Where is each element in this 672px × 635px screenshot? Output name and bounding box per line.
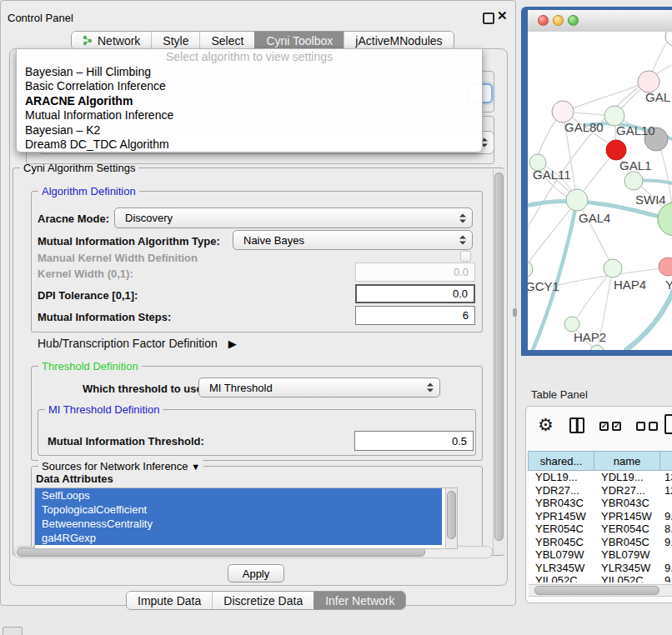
table-hscrollbar-track[interactable]	[529, 584, 672, 597]
tab-cyni-toolbox[interactable]: Cyni Toolbox	[254, 32, 344, 49]
gear-icon[interactable]: ⚙︎	[538, 415, 554, 435]
algorithm-option-dream8[interactable]: Dream8 DC_TDC Algorithm	[17, 138, 482, 152]
tab-jactivemnodules[interactable]: jActiveMNodules	[344, 32, 453, 49]
close-icon[interactable]: ✕	[497, 8, 508, 23]
node-gal1[interactable]	[624, 172, 643, 190]
mi-algorithm-type-label: Mutual Information Algorithm Type:	[38, 235, 220, 248]
network-view-window[interactable]: GAL GAL80 GAL10 GAL1 GAL11 SWI4 GAL4 GCY…	[521, 7, 672, 356]
table-hscrollbar-thumb[interactable]	[534, 586, 659, 595]
node-label: GAL4	[579, 211, 610, 225]
node-label: SWI4	[635, 192, 666, 207]
close-traffic-light-icon[interactable]	[538, 15, 549, 26]
network-canvas[interactable]: GAL GAL80 GAL10 GAL1 GAL11 SWI4 GAL4 GCY…	[528, 32, 672, 350]
which-threshold-label: Which threshold to use:	[83, 382, 206, 395]
mi-threshold-field[interactable]: 0.5	[354, 431, 474, 451]
node-gal4[interactable]	[566, 189, 588, 211]
kernel-width-label: Kernel Width (0,1):	[38, 268, 133, 280]
list-item-gal4rgexp[interactable]: gal4RGexp	[35, 531, 442, 545]
algorithm-option-bayesian-k2[interactable]: Bayesian – K2	[17, 123, 482, 138]
hub-definition-expander[interactable]: Hub/Transcription Factor Definition ▶	[38, 337, 237, 350]
apply-button[interactable]: Apply	[228, 564, 284, 582]
table-row[interactable]: YER054C YER054C 8.	[529, 522, 672, 536]
mi-algorithm-type-combobox[interactable]: Naive Bayes	[233, 230, 473, 250]
columns-icon[interactable]	[569, 418, 584, 433]
node-partial-bottom[interactable]	[590, 345, 604, 350]
mi-steps-field[interactable]: 6	[355, 306, 475, 325]
table-panel-title: Table Panel	[531, 388, 588, 401]
aracne-mode-label: Aracne Mode:	[38, 212, 109, 225]
control-panel-tabbar: Network Style Select Cyni Toolbox jActiv…	[71, 31, 454, 50]
mi-threshold-label: Mutual Information Threshold:	[48, 435, 204, 448]
tab-impute-data[interactable]: Impute Data	[127, 592, 212, 609]
mi-steps-label: Mutual Information Steps:	[38, 311, 171, 323]
checked-checkbox-icon[interactable]: ✓	[599, 422, 609, 431]
table-row[interactable]: YDR27... YDR27... 12	[529, 484, 672, 498]
column-header-shared-name[interactable]: shared...	[528, 451, 594, 471]
mi-threshold-definition-title: MI Threshold Definition	[45, 403, 163, 416]
threshold-definition-title: Threshold Definition	[38, 360, 142, 372]
document-icon[interactable]	[664, 414, 672, 434]
table-body[interactable]: YDL19... YDL19... 13 YDR27... YDR27... 1…	[529, 471, 672, 582]
node-label: Y	[665, 278, 672, 292]
node-label: HAP2	[574, 330, 606, 344]
zoom-traffic-light-icon[interactable]	[568, 15, 579, 26]
partial-widget[interactable]	[3, 627, 23, 635]
algorithm-option-aracne[interactable]: ARACNE Algorithm	[17, 94, 482, 108]
table-row[interactable]: YBL079W YBL079W	[529, 548, 672, 562]
tab-infer-network[interactable]: Infer Network	[313, 592, 405, 609]
list-scrollbar-track[interactable]	[445, 488, 457, 548]
kernel-width-field[interactable]: 0.0	[355, 262, 475, 282]
control-panel-title: Control Panel	[8, 12, 73, 24]
which-threshold-combobox[interactable]: MI Threshold	[198, 378, 440, 398]
list-scrollbar-thumb[interactable]	[447, 491, 456, 539]
list-item-selfloops[interactable]: SelfLoops	[35, 488, 442, 502]
list-item-betweennesscentrality[interactable]: BetweennessCentrality	[35, 517, 442, 531]
settings-scrollbar-thumb[interactable]	[494, 172, 504, 541]
tab-discretize-data[interactable]: Discretize Data	[212, 592, 313, 609]
node-hap4[interactable]	[604, 259, 622, 278]
minimize-traffic-light-icon[interactable]	[553, 15, 564, 26]
algorithm-option-mutual-information[interactable]: Mutual Information Inference	[17, 108, 482, 122]
node-swi4[interactable]	[658, 202, 672, 236]
node-label: HAP4	[614, 278, 646, 292]
node-label: GAL1	[619, 158, 651, 172]
list-item-topologicalcoefficient[interactable]: TopologicalCoefficient	[35, 502, 442, 517]
tab-select[interactable]: Select	[199, 32, 254, 49]
table-row[interactable]: YPR145W YPR145W 9.	[529, 510, 672, 523]
aracne-mode-value: Discovery	[125, 208, 173, 228]
algorithm-dropdown-placeholder: Select algorithm to view settings	[17, 49, 482, 65]
node-red-gal1[interactable]	[606, 140, 626, 160]
float-window-icon[interactable]	[483, 12, 494, 24]
combo-arrows-icon	[459, 236, 466, 245]
column-header-name[interactable]: name	[594, 451, 660, 471]
table-header-row: shared... name	[529, 451, 672, 471]
aracne-mode-combobox[interactable]: Discovery	[114, 208, 473, 228]
column-header-partial[interactable]	[659, 451, 672, 471]
node-label: GAL80	[564, 120, 604, 134]
manual-kernel-width-checkbox[interactable]	[460, 251, 471, 262]
data-attributes-list[interactable]: SelfLoops TopologicalCoefficient Between…	[34, 488, 458, 549]
node-gcy1[interactable]	[528, 261, 533, 278]
unchecked-checkbox-icon[interactable]	[636, 422, 645, 431]
expand-right-icon: ▶	[228, 338, 237, 350]
table-row[interactable]: YIL052C YIL052C 9.	[529, 574, 672, 582]
checked-checkbox-icon[interactable]: ✓	[612, 422, 621, 431]
tab-style[interactable]: Style	[151, 32, 199, 49]
table-row[interactable]: YDL19... YDL19... 13	[529, 471, 672, 484]
unchecked-checkbox-icon[interactable]	[649, 422, 658, 431]
panel-divider-handle[interactable]	[513, 308, 517, 317]
control-panel-window: Control Panel ✕ Network Style Select Cyn…	[0, 0, 516, 606]
algorithm-option-bayesian-hill-climbing[interactable]: Bayesian – Hill Climbing	[17, 65, 482, 79]
network-tab-icon	[83, 35, 93, 46]
dpi-tolerance-field[interactable]: 0.0	[355, 284, 475, 303]
node-salmon[interactable]	[659, 258, 672, 276]
network-window-titlebar[interactable]	[528, 10, 672, 32]
table-panel: ⚙︎ ✓ ✓ shared... name YDL19... YDL19... …	[525, 406, 672, 603]
table-row[interactable]: YBR043C YBR043C	[529, 497, 672, 510]
algorithm-option-basic-correlation[interactable]: Basic Correlation Inference	[17, 79, 482, 93]
tab-network[interactable]: Network	[72, 32, 151, 49]
table-row[interactable]: YLR345W YLR345W 9.	[529, 562, 672, 575]
sources-group-title[interactable]: Sources for Network Inference ▼	[38, 460, 203, 472]
settings-scrollbar-track[interactable]	[493, 169, 504, 554]
table-row[interactable]: YBR045C YBR045C 9.	[529, 536, 672, 549]
